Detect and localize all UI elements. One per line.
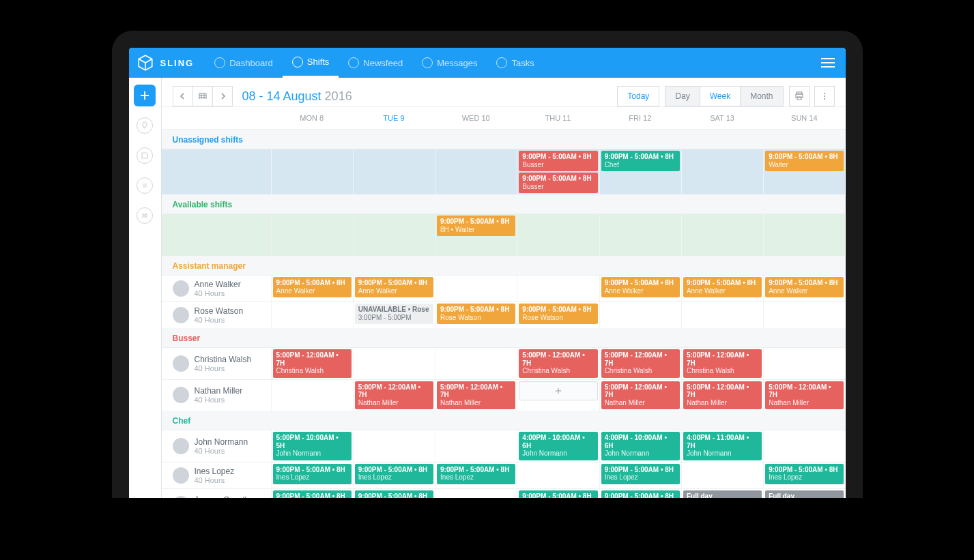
shift-block[interactable]: 5:00PM - 12:00AM • 7HChristina Walsh: [273, 349, 352, 378]
schedule-cell[interactable]: [435, 149, 517, 194]
shift-block[interactable]: Full dayTimeoff • Jeremy Orwell: [765, 490, 844, 499]
schedule-cell[interactable]: [353, 149, 435, 194]
shift-block[interactable]: 9:00PM - 5:00AM • 8HInes Lopez: [765, 464, 844, 484]
prev-button[interactable]: [173, 86, 193, 106]
view-week-button[interactable]: Week: [700, 86, 741, 106]
schedule-cell[interactable]: 4:00PM - 10:00AM • 6HJohn Normann: [599, 430, 681, 462]
shift-block[interactable]: 4:00PM - 10:00AM • 6HJohn Normann: [601, 432, 680, 460]
shift-block[interactable]: 9:00PM - 5:00AM • 8HBusser: [519, 173, 597, 193]
print-icon[interactable]: [789, 86, 810, 106]
schedule-cell[interactable]: [353, 214, 435, 256]
shift-block[interactable]: 5:00PM - 12:00AM • 7HChristina Walsh: [683, 349, 762, 378]
shift-block[interactable]: 5:00PM - 12:00AM • 7HNathan Miller: [683, 381, 762, 410]
shift-block[interactable]: Full dayTimeoff • Jeremy Orwell: [683, 490, 762, 499]
shift-block[interactable]: 9:00PM - 5:00AM • 8HRose Watson: [519, 304, 597, 324]
schedule-cell[interactable]: 5:00PM - 12:00AM • 7HChristina Walsh: [599, 348, 681, 379]
schedule-cell[interactable]: 5:00PM - 12:00AM • 7HNathan Miller: [435, 380, 517, 411]
schedule-cell[interactable]: [435, 489, 517, 499]
schedule-cell[interactable]: 9:00PM - 5:00AM • 8HInes Lopez: [353, 462, 435, 488]
view-day-button[interactable]: Day: [665, 86, 700, 106]
shift-block[interactable]: 9:00PM - 5:00AM • 8HJeremy Orwell: [519, 490, 597, 499]
schedule-cell[interactable]: 5:00PM - 12:00AM • 7HNathan Miller: [681, 380, 763, 411]
shift-block[interactable]: 9:00PM - 5:00AM • 8HAnne Walker: [355, 277, 433, 297]
schedule-cell[interactable]: 5:00PM - 12:00AM • 7HNathan Miller: [599, 380, 681, 411]
schedule-cell[interactable]: [435, 348, 517, 379]
nav-item-dashboard[interactable]: Dashboard: [205, 48, 283, 78]
next-button[interactable]: [212, 86, 233, 106]
schedule-cell[interactable]: 9:00PM - 5:00AM • 8HAnne Walker: [353, 276, 435, 301]
schedule-cell[interactable]: 9:00PM - 5:00AM • 8HInes Lopez: [763, 462, 845, 488]
shift-block[interactable]: 5:00PM - 10:00AM • 5HJohn Normann: [273, 432, 352, 460]
schedule-cell[interactable]: 9:00PM - 5:00AM • 8H8H • Waiter: [435, 214, 517, 256]
shift-block[interactable]: UNAVAILABLE • Rose3:00PM - 5:00PM: [355, 304, 433, 324]
shift-block[interactable]: 9:00PM - 5:00AM • 8H8H • Waiter: [437, 216, 515, 236]
shift-block[interactable]: 9:00PM - 5:00AM • 8HBusser: [519, 151, 597, 171]
schedule-cell[interactable]: [763, 348, 845, 379]
schedule-cell[interactable]: 9:00PM - 5:00AM • 8HInes Lopez: [599, 462, 681, 488]
shift-block[interactable]: 5:00PM - 12:00AM • 7HChristina Walsh: [519, 349, 597, 378]
schedule-cell[interactable]: 9:00PM - 5:00AM • 8HAnne Walker: [681, 276, 763, 301]
schedule-cell[interactable]: [353, 430, 435, 462]
add-button[interactable]: [134, 85, 156, 106]
shift-block[interactable]: 9:00PM - 5:00AM • 8HInes Lopez: [355, 464, 433, 484]
schedule-cell[interactable]: [517, 276, 599, 301]
schedule-cell[interactable]: [681, 149, 763, 194]
schedule-cell[interactable]: 9:00PM - 5:00AM • 8HBusser9:00PM - 5:00A…: [517, 149, 599, 194]
schedule-cell[interactable]: 9:00PM - 5:00AM • 8HWaiter: [763, 149, 845, 194]
shift-block[interactable]: 9:00PM - 5:00AM • 8HInes Lopez: [437, 464, 515, 484]
schedule-cell[interactable]: [599, 214, 681, 256]
schedule-cell[interactable]: Full dayTimeoff • Jeremy Orwell: [681, 489, 763, 499]
schedule-cell[interactable]: [763, 214, 845, 256]
shift-block[interactable]: 9:00PM - 5:00AM • 8HInes Lopez: [273, 464, 352, 484]
schedule-cell[interactable]: 9:00PM - 5:00AM • 8HRose Watson: [517, 302, 599, 328]
schedule-cell[interactable]: 9:00PM - 5:00AM • 8HAnne Walker: [599, 276, 681, 301]
shift-block[interactable]: 9:00PM - 5:00AM • 8HAnne Walker: [273, 277, 352, 297]
schedule-cell[interactable]: [271, 302, 353, 328]
list-icon[interactable]: [134, 175, 156, 196]
shift-block[interactable]: 9:00PM - 5:00AM • 8HJeremy Orwell: [601, 490, 680, 499]
schedule-cell[interactable]: UNAVAILABLE • Rose3:00PM - 5:00PM: [353, 302, 435, 328]
schedule-cell[interactable]: [599, 302, 681, 328]
shift-block[interactable]: 4:00PM - 11:00AM • 7HJohn Normann: [683, 432, 762, 460]
schedule-cell[interactable]: 9:00PM - 5:00AM • 8HInes Lopez: [435, 462, 517, 488]
brand[interactable]: SLING: [129, 48, 205, 78]
schedule-cell[interactable]: 5:00PM - 10:00AM • 5HJohn Normann: [271, 430, 353, 462]
shift-block[interactable]: 5:00PM - 12:00AM • 7HNathan Miller: [355, 381, 433, 410]
schedule-cell[interactable]: Full dayTimeoff • Jeremy Orwell: [763, 489, 845, 499]
schedule-cell[interactable]: 9:00PM - 5:00AM • 8HJeremy Orwell: [271, 489, 353, 499]
schedule-cell[interactable]: 5:00PM - 12:00AM • 7HChristina Walsh: [517, 348, 599, 379]
schedule-cell[interactable]: [681, 462, 763, 488]
schedule-cell[interactable]: [517, 462, 599, 488]
nav-item-tasks[interactable]: Tasks: [487, 48, 543, 78]
schedule-cell[interactable]: [271, 149, 353, 194]
schedule-cell[interactable]: 5:00PM - 12:00AM • 7HChristina Walsh: [681, 348, 763, 379]
nav-item-newsfeed[interactable]: Newsfeed: [339, 48, 412, 78]
schedule-cell[interactable]: [271, 380, 353, 411]
schedule-cell[interactable]: [763, 430, 845, 462]
shift-block[interactable]: 9:00PM - 5:00AM • 8HAnne Walker: [683, 277, 762, 297]
schedule-cell[interactable]: [271, 214, 353, 256]
schedule-cell[interactable]: 9:00PM - 5:00AM • 8HAnne Walker: [271, 276, 353, 301]
schedule-cell[interactable]: 5:00PM - 12:00AM • 7HNathan Miller: [763, 380, 845, 411]
shift-block[interactable]: 9:00PM - 5:00AM • 8HJeremy Orwell: [273, 490, 352, 499]
today-button[interactable]: Today: [617, 86, 659, 106]
schedule-cell[interactable]: [517, 214, 599, 256]
shift-block[interactable]: 9:00PM - 5:00AM • 8HRose Watson: [437, 304, 515, 324]
schedule-cell[interactable]: [353, 348, 435, 379]
calendar-grid-button[interactable]: [192, 86, 213, 106]
shift-block[interactable]: 9:00PM - 5:00AM • 8HChef: [601, 151, 680, 171]
requests-icon[interactable]: [134, 145, 156, 166]
location-pin-icon[interactable]: [134, 115, 156, 136]
nav-item-shifts[interactable]: Shifts: [283, 48, 339, 78]
view-month-button[interactable]: Month: [740, 86, 783, 106]
schedule-cell[interactable]: 4:00PM - 11:00AM • 7HJohn Normann: [681, 430, 763, 462]
schedule-cell[interactable]: [681, 302, 763, 328]
schedule-cell[interactable]: 5:00PM - 12:00AM • 7HChristina Walsh: [271, 348, 353, 379]
more-menu-icon[interactable]: [814, 86, 835, 106]
schedule-cell[interactable]: [435, 430, 517, 462]
schedule-cell[interactable]: 9:00PM - 5:00AM • 8HChef: [599, 149, 681, 194]
shift-block[interactable]: 5:00PM - 12:00AM • 7HNathan Miller: [765, 381, 844, 410]
schedule-cell[interactable]: [517, 380, 599, 411]
schedule-cell[interactable]: 9:00PM - 5:00AM • 8HJeremy Orwell: [517, 489, 599, 499]
schedule-cell[interactable]: 5:00PM - 12:00AM • 7HNathan Miller: [353, 380, 435, 411]
